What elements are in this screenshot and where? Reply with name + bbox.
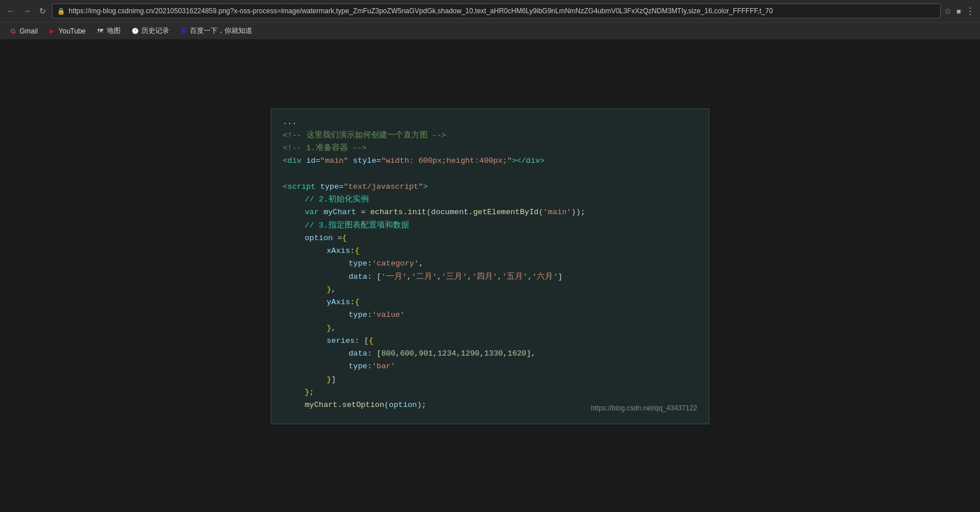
code-token: setOption <box>342 399 384 412</box>
code-token: '六月' <box>532 271 558 283</box>
code-line: } ] <box>283 373 697 386</box>
code-token: , <box>456 347 461 360</box>
code-token <box>319 206 323 219</box>
code-token: , <box>419 257 424 270</box>
code-token: : [ <box>367 347 381 360</box>
code-line: // 3.指定图表配置项和数据 <box>283 219 697 232</box>
code-token: : <box>367 309 372 322</box>
code-token: '五月' <box>502 271 528 283</box>
code-line: type : 'category' , <box>283 257 697 270</box>
code-line: <script type = "text/javascript" > <box>283 181 697 193</box>
address-bar[interactable]: 🔒 https://img-blog.csdnimg.cn/2021050316… <box>52 3 941 18</box>
gmail-favicon: G <box>9 27 17 35</box>
address-bar-row: ← → ↻ 🔒 https://img-blog.csdnimg.cn/2021… <box>0 0 980 22</box>
code-line: series : [ { <box>283 335 697 347</box>
code-token: var <box>305 206 319 219</box>
code-token: , <box>414 347 418 360</box>
code-token: } <box>327 322 331 335</box>
code-token: )); <box>571 206 585 219</box>
code-token: : <box>367 360 372 373</box>
code-token: , <box>467 271 472 283</box>
code-line: type : 'value' <box>283 309 697 322</box>
maps-favicon: 🗺 <box>96 27 104 35</box>
code-line: data : [ 800 , 600 , 901 , 1234 , 1290 ,… <box>283 347 697 360</box>
code-token: , <box>503 347 507 360</box>
code-token: xAxis <box>327 245 350 257</box>
code-token: myChart <box>305 399 338 412</box>
code-token: = <box>339 181 343 193</box>
bookmark-youtube[interactable]: ▶ YouTube <box>43 25 90 37</box>
code-token: option <box>389 399 417 412</box>
code-token: } <box>327 283 331 296</box>
code-token: '二月' <box>412 271 437 283</box>
bookmark-baidu[interactable]: 百 百度一下，你就知道 <box>175 24 257 38</box>
code-token: { <box>342 232 347 245</box>
code-token: '一月' <box>381 271 407 283</box>
code-token <box>348 155 353 167</box>
code-token: , <box>395 347 400 360</box>
code-token: 800 <box>381 347 395 360</box>
code-token: yAxis <box>327 296 350 309</box>
code-token: --> <box>348 142 366 155</box>
code-token: { <box>369 335 373 347</box>
code-token: "text/javascript" <box>343 181 423 193</box>
code-token: type <box>320 181 339 193</box>
code-line: } , <box>283 322 697 335</box>
code-token: , <box>498 271 502 283</box>
code-token: type <box>349 257 367 270</box>
code-token: = <box>376 155 381 167</box>
code-token: = <box>333 232 342 245</box>
code-token: } <box>327 373 331 386</box>
code-token: <!-- <box>283 142 306 155</box>
code-token: type <box>349 360 367 373</box>
bookmark-gmail[interactable]: G Gmail <box>5 25 42 37</box>
back-button[interactable]: ← <box>5 5 17 17</box>
code-token: 'main' <box>543 206 571 219</box>
menu-icon[interactable]: ⋮ <box>966 6 975 17</box>
code-token: , <box>480 347 484 360</box>
bookmark-history[interactable]: 🕐 历史记录 <box>126 24 174 38</box>
code-token: data <box>349 347 367 360</box>
code-token: init <box>407 206 426 219</box>
code-token: , <box>331 322 336 335</box>
code-token: : <box>367 257 372 270</box>
code-token: ] <box>558 271 562 283</box>
history-favicon: 🕐 <box>131 27 139 35</box>
code-token: { <box>355 296 360 309</box>
code-token: ] <box>331 373 336 386</box>
code-line: <!-- 这里我们演示如何创建一个直方图 --> <box>283 129 697 142</box>
bookmark-star-icon[interactable]: ☆ <box>944 6 952 16</box>
code-token: 901 <box>419 347 433 360</box>
code-token: 600 <box>400 347 414 360</box>
forward-button[interactable]: → <box>21 5 33 17</box>
code-token: 'value' <box>372 309 405 322</box>
code-token: : [ <box>355 335 369 347</box>
code-token: . <box>338 399 342 412</box>
code-token: = <box>356 206 370 219</box>
code-token: series <box>327 335 355 347</box>
code-token: > <box>423 181 428 193</box>
code-token: data <box>349 271 367 283</box>
code-line: yAxis : { <box>283 296 697 309</box>
code-token: <!-- <box>283 129 306 142</box>
code-token: : [ <box>367 271 381 283</box>
code-token: } <box>305 386 309 399</box>
code-token: "main" <box>320 155 349 167</box>
bookmark-maps[interactable]: 🗺 地图 <box>92 24 125 38</box>
lock-icon: 🔒 <box>57 8 65 15</box>
code-token: , <box>437 271 442 283</box>
code-token: 1.准备容器 <box>306 142 348 155</box>
code-token: option <box>305 232 333 245</box>
code-token: : <box>350 296 355 309</box>
code-token: = <box>316 155 320 167</box>
code-token: style <box>353 155 377 167</box>
code-token: <script <box>283 181 316 193</box>
bookmark-gmail-label: Gmail <box>20 27 38 35</box>
code-token: echarts <box>370 206 403 219</box>
code-token: 'bar' <box>372 360 396 373</box>
youtube-favicon: ▶ <box>48 27 56 35</box>
code-token: // 2.初始化实例 <box>305 193 369 206</box>
extension-icon[interactable]: ■ <box>956 7 961 16</box>
code-token: myChart <box>323 206 356 219</box>
refresh-button[interactable]: ↻ <box>37 5 48 17</box>
